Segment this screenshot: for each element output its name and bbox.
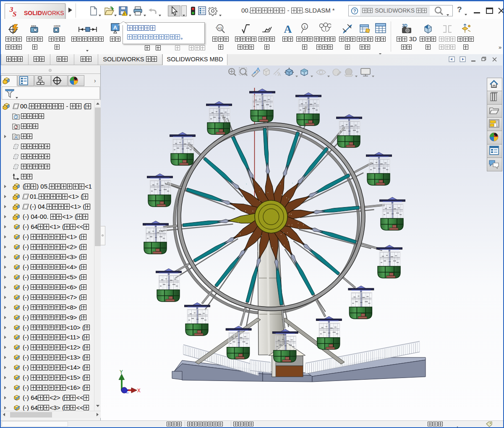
svg-text:?: ?	[353, 8, 356, 13]
svg-text:A: A	[284, 23, 292, 34]
svg-text:Z: Z	[125, 389, 129, 395]
svg-text:!: !	[123, 12, 125, 16]
svg-text:1: 1	[303, 25, 306, 29]
svg-text:X: X	[137, 388, 141, 394]
svg-text:A: A	[278, 72, 281, 77]
svg-text:A1: A1	[218, 26, 222, 30]
svg-text:A: A	[15, 135, 17, 139]
svg-text:xxx: xxx	[55, 24, 60, 28]
svg-text:Y: Y	[120, 369, 123, 375]
svg-text:S: S	[13, 10, 16, 18]
